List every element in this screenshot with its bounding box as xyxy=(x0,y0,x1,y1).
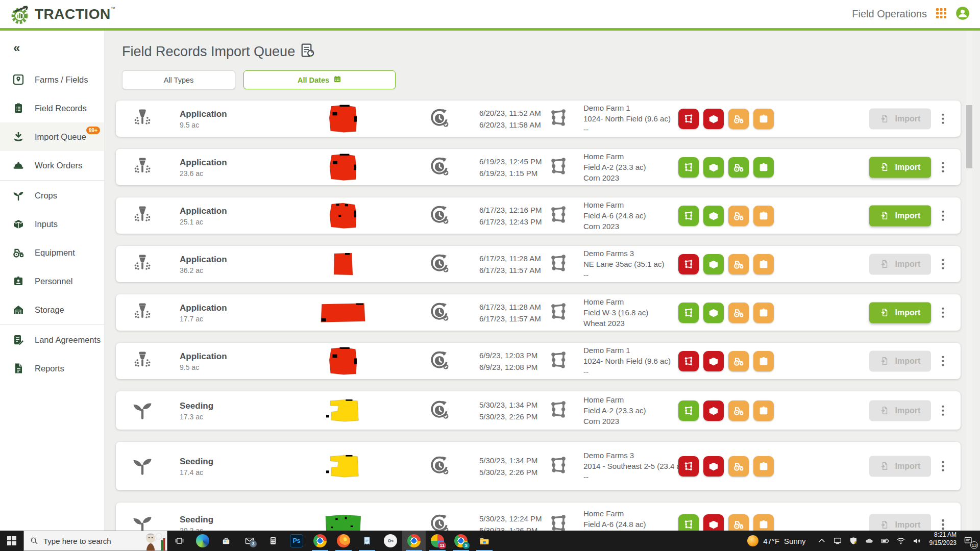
battery-icon[interactable] xyxy=(880,536,890,545)
status-inputs-icon[interactable] xyxy=(703,351,724,371)
row-menu-kebab-icon[interactable] xyxy=(939,304,947,321)
firefox-icon[interactable] xyxy=(332,531,355,551)
search-input[interactable] xyxy=(43,537,130,545)
field-map-thumbnail[interactable] xyxy=(307,105,379,133)
status-field-boundary-icon[interactable] xyxy=(678,303,699,323)
edge-icon[interactable] xyxy=(191,531,214,551)
status-field-boundary-icon[interactable] xyxy=(678,351,699,371)
status-field-boundary-icon[interactable] xyxy=(678,514,699,531)
filter-all-types-button[interactable]: All Types xyxy=(122,70,235,89)
status-equipment-icon[interactable] xyxy=(728,157,749,178)
status-inputs-icon[interactable] xyxy=(703,400,724,421)
row-menu-kebab-icon[interactable] xyxy=(939,353,947,369)
calculator-icon[interactable] xyxy=(261,531,285,551)
password-key-icon[interactable] xyxy=(379,531,402,551)
status-field-boundary-icon[interactable] xyxy=(678,157,699,178)
import-button[interactable]: Import xyxy=(869,157,931,178)
field-map-thumbnail[interactable] xyxy=(307,347,379,375)
field-map-thumbnail[interactable] xyxy=(307,302,379,323)
scrollbar[interactable] xyxy=(966,31,972,531)
field-map-thumbnail[interactable] xyxy=(307,252,379,277)
status-personnel-icon[interactable] xyxy=(753,109,774,129)
status-inputs-icon[interactable] xyxy=(703,109,724,129)
sidebar-item-equipment[interactable]: Equipment xyxy=(0,238,104,267)
sidebar-item-inputs[interactable]: Inputs xyxy=(0,210,104,238)
status-equipment-icon[interactable] xyxy=(728,109,749,129)
field-map-thumbnail[interactable] xyxy=(307,399,379,422)
action-center-icon[interactable]: 13 xyxy=(961,531,980,551)
chrome-profile-icon[interactable] xyxy=(308,531,332,551)
traction-logo[interactable]: TRACTION™ xyxy=(10,4,115,24)
start-button[interactable] xyxy=(0,531,23,551)
taskbar-clock[interactable]: 8:21 AM 9/15/2023 xyxy=(925,531,961,551)
sidebar-item-storage[interactable]: Storage xyxy=(0,295,104,324)
status-equipment-icon[interactable] xyxy=(728,400,749,421)
status-field-boundary-icon[interactable] xyxy=(678,206,699,226)
onedrive-cloud-icon[interactable] xyxy=(865,536,874,545)
cast-icon[interactable] xyxy=(833,536,842,545)
status-inputs-icon[interactable] xyxy=(703,303,724,323)
status-field-boundary-icon[interactable] xyxy=(678,254,699,274)
status-equipment-icon[interactable] xyxy=(728,206,749,226)
status-personnel-icon[interactable] xyxy=(753,206,774,226)
row-menu-kebab-icon[interactable] xyxy=(939,458,947,474)
status-equipment-icon[interactable] xyxy=(728,303,749,323)
sidebar-item-import-queue[interactable]: Import Queue99+ xyxy=(0,122,104,151)
chrome-s-icon[interactable]: S xyxy=(449,531,473,551)
status-equipment-icon[interactable] xyxy=(728,254,749,274)
sidebar-item-field-records[interactable]: Field Records xyxy=(0,94,104,122)
import-button[interactable]: Import xyxy=(869,302,931,323)
row-menu-kebab-icon[interactable] xyxy=(939,402,947,419)
wifi-icon[interactable] xyxy=(896,536,905,545)
chrome-icon[interactable] xyxy=(402,531,426,551)
field-map-thumbnail[interactable] xyxy=(307,514,379,531)
task-view-icon[interactable] xyxy=(167,531,191,551)
status-personnel-icon[interactable] xyxy=(753,456,774,477)
security-shield-icon[interactable] xyxy=(849,536,858,545)
taskbar-weather[interactable]: 47°F Sunny xyxy=(740,531,813,551)
status-personnel-icon[interactable] xyxy=(753,303,774,323)
status-field-boundary-icon[interactable] xyxy=(678,456,699,477)
sidebar-item-crops[interactable]: Crops xyxy=(0,181,104,210)
apps-grid-icon[interactable] xyxy=(936,8,946,20)
status-field-boundary-icon[interactable] xyxy=(678,400,699,421)
sidebar-item-land-agreements[interactable]: Land Agreements xyxy=(0,325,104,354)
field-map-thumbnail[interactable] xyxy=(307,203,379,229)
field-map-thumbnail[interactable] xyxy=(307,154,379,181)
tray-expand-icon[interactable] xyxy=(817,536,826,545)
status-inputs-icon[interactable] xyxy=(703,206,724,226)
status-inputs-icon[interactable] xyxy=(703,254,724,274)
field-map-thumbnail[interactable] xyxy=(307,455,379,478)
store-icon[interactable] xyxy=(214,531,238,551)
scrollbar-thumb[interactable] xyxy=(966,105,972,168)
status-equipment-icon[interactable] xyxy=(728,351,749,371)
status-personnel-icon[interactable] xyxy=(753,400,774,421)
taskbar-search[interactable] xyxy=(23,531,167,551)
row-menu-kebab-icon[interactable] xyxy=(939,159,947,176)
status-equipment-icon[interactable] xyxy=(728,456,749,477)
volume-icon[interactable] xyxy=(912,536,921,545)
chat-app-icon[interactable]: 11 xyxy=(426,531,449,551)
mail-icon[interactable]: 3 xyxy=(238,531,261,551)
row-menu-kebab-icon[interactable] xyxy=(939,110,947,127)
row-menu-kebab-icon[interactable] xyxy=(939,207,947,224)
status-personnel-icon[interactable] xyxy=(753,351,774,371)
notepad-icon[interactable] xyxy=(355,531,379,551)
row-menu-kebab-icon[interactable] xyxy=(939,256,947,272)
account-icon[interactable] xyxy=(955,6,970,22)
status-inputs-icon[interactable] xyxy=(703,514,724,531)
file-explorer-icon[interactable] xyxy=(473,531,496,551)
status-equipment-icon[interactable] xyxy=(728,514,749,531)
filter-all-dates-button[interactable]: All Dates xyxy=(243,70,396,89)
sidebar-item-farms-fields[interactable]: Farms / Fields xyxy=(0,65,104,94)
row-menu-kebab-icon[interactable] xyxy=(939,516,947,531)
sidebar-item-personnel[interactable]: Personnel xyxy=(0,267,104,295)
status-personnel-icon[interactable] xyxy=(753,157,774,178)
status-personnel-icon[interactable] xyxy=(753,514,774,531)
status-inputs-icon[interactable] xyxy=(703,157,724,178)
status-field-boundary-icon[interactable] xyxy=(678,109,699,129)
photoshop-icon[interactable]: Ps xyxy=(285,531,308,551)
status-inputs-icon[interactable] xyxy=(703,456,724,477)
sidebar-item-work-orders[interactable]: Work Orders xyxy=(0,151,104,180)
import-button[interactable]: Import xyxy=(869,205,931,226)
